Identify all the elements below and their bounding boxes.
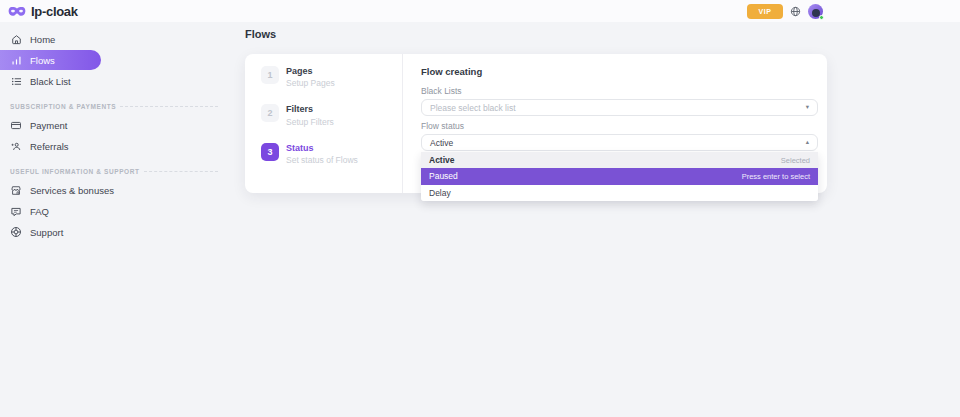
black-lists-select[interactable]: Please select black list ▾ (421, 99, 818, 116)
modal-title: Flow creating (421, 66, 818, 77)
sidebar-item-label: FAQ (30, 206, 49, 217)
chevron-down-icon: ▾ (806, 104, 809, 111)
black-lists-label: Black Lists (421, 86, 818, 96)
step-subtitle: Setup Pages (286, 78, 335, 88)
sidebar-item-home[interactable]: Home (0, 29, 230, 49)
step-status: 3 Status Set status of Flows (261, 143, 402, 165)
option-paused[interactable]: Paused Press enter to select (421, 168, 818, 184)
flow-status-value: Active (430, 138, 453, 148)
flow-creating-modal: 1 Pages Setup Pages 2 Filters Setup Filt… (245, 54, 827, 193)
step-subtitle: Set status of Flows (286, 155, 358, 165)
option-delay[interactable]: Delay (421, 185, 818, 201)
wizard-steps: 1 Pages Setup Pages 2 Filters Setup Filt… (245, 54, 402, 193)
flow-status-select[interactable]: Active ▴ (421, 134, 818, 151)
step-number-badge: 1 (261, 66, 279, 84)
flows-icon (10, 55, 22, 66)
step-title: Filters (286, 104, 334, 115)
step-title: Status (286, 143, 358, 154)
sidebar-item-support[interactable]: Support (0, 222, 230, 242)
sidebar-section-support: USEFUL INFORMATION & SUPPORT (10, 168, 218, 175)
sidebar-item-label: Payment (30, 120, 68, 131)
sidebar-item-label: Services & bonuses (30, 185, 114, 196)
sidebar-section-subscription: SUBSCRIPTION & PAYMENTS (10, 103, 218, 110)
faq-icon (10, 206, 22, 217)
sidebar: Home Flows Black List SUBSCRIPTION & PAY… (0, 22, 230, 243)
topbar-actions: VIP (747, 4, 823, 19)
step-number-badge: 2 (261, 104, 279, 122)
page-title: Flows (245, 28, 276, 40)
option-hint: Selected (781, 156, 810, 165)
sidebar-item-referrals[interactable]: Referrals (0, 136, 230, 156)
referrals-icon (10, 141, 22, 152)
mask-logo-icon (8, 6, 26, 17)
option-active[interactable]: Active Selected (421, 152, 818, 168)
lifebuoy-icon (10, 226, 22, 238)
sidebar-item-label: Home (30, 34, 55, 45)
step-subtitle: Setup Filters (286, 117, 334, 127)
credit-card-icon (10, 120, 22, 131)
sidebar-item-faq[interactable]: FAQ (0, 201, 230, 221)
top-bar: Ip-cloak VIP (0, 0, 960, 22)
vip-button[interactable]: VIP (747, 4, 783, 19)
step-filters: 2 Filters Setup Filters (261, 104, 402, 126)
brand-name: Ip-cloak (31, 4, 78, 19)
brand-logo[interactable]: Ip-cloak (8, 4, 78, 19)
black-lists-placeholder: Please select black list (430, 103, 516, 113)
black-lists-field: Black Lists Please select black list ▾ (421, 86, 818, 116)
sidebar-item-services[interactable]: Services & bonuses (0, 180, 230, 200)
language-globe-icon[interactable] (790, 6, 801, 17)
sidebar-item-label: Flows (30, 55, 55, 66)
sidebar-item-flows[interactable]: Flows (0, 50, 101, 70)
list-icon (10, 76, 22, 87)
step-number-badge: 3 (261, 143, 279, 161)
step-title: Pages (286, 66, 335, 77)
user-avatar[interactable] (808, 4, 823, 19)
sidebar-item-black-list[interactable]: Black List (0, 71, 230, 91)
option-hint: Press enter to select (742, 172, 810, 181)
sidebar-item-payment[interactable]: Payment (0, 115, 230, 135)
step-pages: 1 Pages Setup Pages (261, 66, 402, 88)
home-icon (10, 34, 22, 45)
avatar-figure (812, 9, 820, 17)
sidebar-item-label: Support (30, 227, 63, 238)
flow-status-dropdown: Active Selected Paused Press enter to se… (421, 152, 818, 201)
online-status-dot (819, 15, 824, 20)
flow-status-field: Flow status Active ▴ Active Selected Pau… (421, 121, 818, 201)
flow-status-label: Flow status (421, 121, 818, 131)
sidebar-item-label: Referrals (30, 141, 69, 152)
sidebar-item-label: Black List (30, 76, 71, 87)
storefront-icon (10, 185, 22, 196)
chevron-up-icon: ▴ (806, 139, 809, 146)
flow-form: Flow creating Black Lists Please select … (403, 54, 827, 193)
